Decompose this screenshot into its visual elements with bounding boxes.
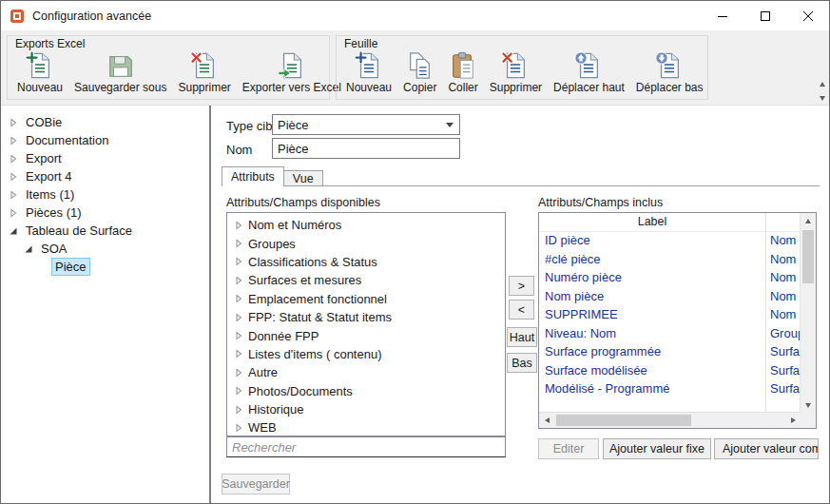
vertical-scroll-thumb[interactable]: [802, 230, 814, 283]
chevron-right-icon[interactable]: [234, 349, 243, 359]
window-controls: [701, 1, 829, 30]
maximize-button[interactable]: [743, 1, 786, 30]
table-row[interactable]: Nom pièceNom e: [539, 287, 801, 306]
scroll-left-icon[interactable]: [539, 413, 554, 428]
sheet-move-up-button[interactable]: Déplacer haut: [548, 50, 630, 95]
toolbar-overflow-scroll[interactable]: [818, 82, 827, 101]
chevron-right-icon[interactable]: [9, 208, 18, 218]
move-up-button[interactable]: Haut: [507, 327, 537, 347]
table-row[interactable]: Numéro pièceNom e: [539, 268, 801, 287]
sheet-new-button[interactable]: Nouveau: [340, 50, 397, 95]
chevron-right-icon[interactable]: [9, 154, 18, 164]
chevron-right-icon[interactable]: [234, 221, 243, 230]
scroll-up-icon[interactable]: [801, 213, 816, 228]
search-input[interactable]: [226, 436, 506, 457]
tree-item-cobie[interactable]: COBie: [1, 113, 209, 131]
table-body: ID pièceNom e #clé pièceNom e Numéro piè…: [539, 231, 801, 413]
list-item[interactable]: Emplacement fonctionnel: [227, 290, 505, 308]
chevron-right-icon[interactable]: [234, 331, 243, 340]
column-header-group[interactable]: [765, 213, 801, 231]
list-item[interactable]: FPP: Statut & Statut items: [227, 308, 505, 326]
title-bar[interactable]: Configuration avancée: [1, 1, 829, 30]
list-item[interactable]: Listes d'items ( contenu): [227, 345, 505, 363]
chevron-right-icon[interactable]: [234, 405, 243, 415]
list-item[interactable]: Autre: [227, 363, 505, 381]
table-row[interactable]: ID pièceNom e: [539, 231, 801, 250]
app-icon: [10, 9, 25, 24]
excel-export-button[interactable]: Exporter vers Excel: [237, 50, 347, 95]
table-row[interactable]: Surface modéliséeSurfac: [539, 361, 801, 380]
chevron-right-icon[interactable]: [9, 136, 18, 145]
column-header-label[interactable]: Label: [539, 213, 765, 231]
add-attribute-button[interactable]: >: [509, 276, 534, 296]
excel-delete-button[interactable]: Supprimer: [172, 50, 236, 95]
toolbar-group-label: Exports Excel: [15, 37, 85, 50]
list-item[interactable]: Surfaces et mesures: [227, 271, 505, 289]
chevron-right-icon[interactable]: [9, 172, 18, 182]
list-item[interactable]: Classifications & Status: [227, 253, 505, 271]
vertical-scrollbar[interactable]: [800, 213, 816, 413]
toolbar: Exports Excel Nouveau Sauvegarder sous S…: [1, 30, 829, 106]
tree-item-pieces[interactable]: Pièces (1): [1, 204, 209, 222]
tree-item-export[interactable]: Export: [1, 149, 209, 167]
toolbar-group-feuille: Feuille Nouveau Copier Coller Supprimer: [336, 35, 708, 100]
sheet-copy-button[interactable]: Copier: [397, 50, 442, 95]
add-fixed-value-button[interactable]: Ajouter valeur fixe: [603, 438, 711, 459]
edit-button[interactable]: Editer: [538, 438, 599, 459]
tab-attributs[interactable]: Attributs: [222, 166, 284, 186]
table-row[interactable]: Modélisé - ProgramméSurfac: [539, 379, 801, 398]
list-item[interactable]: WEB: [227, 418, 505, 436]
table-row[interactable]: SUPPRIMEENom e: [539, 305, 801, 324]
sheet-delete-button[interactable]: Supprimer: [484, 50, 548, 95]
sheet-paste-button[interactable]: Coller: [442, 50, 483, 95]
sidebar-splitter[interactable]: [209, 106, 211, 503]
excel-save-as-button[interactable]: Sauvegarder sous: [68, 50, 172, 95]
list-item[interactable]: Historique: [227, 400, 505, 418]
tree-item-items[interactable]: Items (1): [1, 185, 209, 204]
save-button[interactable]: Sauvegarder: [222, 474, 290, 494]
table-header: Label: [539, 213, 801, 232]
horizontal-scroll-thumb[interactable]: [556, 415, 691, 426]
chevron-right-icon[interactable]: [234, 423, 243, 433]
list-item[interactable]: Photos/Documents: [227, 382, 505, 400]
list-item[interactable]: Groupes: [227, 234, 505, 252]
chevron-right-icon[interactable]: [234, 386, 243, 396]
tree-item-tableau-de-surface[interactable]: Tableau de Surface: [1, 222, 209, 240]
list-item[interactable]: Donnée FPP: [227, 326, 505, 344]
scroll-down-icon[interactable]: [801, 397, 816, 413]
sheet-move-down-button[interactable]: Déplacer bas: [630, 50, 709, 95]
tree-item-export-4[interactable]: Export 4: [1, 167, 209, 185]
chevron-right-icon[interactable]: [9, 190, 18, 200]
excel-save-as-icon: [106, 51, 135, 80]
table-row[interactable]: Surface programméeSurfac: [539, 342, 801, 361]
chevron-right-icon[interactable]: [234, 257, 243, 266]
remove-attribute-button[interactable]: <: [509, 300, 534, 320]
sheet-move-down-icon: [655, 51, 684, 80]
chevron-right-icon[interactable]: [9, 118, 18, 127]
chevron-right-icon[interactable]: [234, 313, 243, 322]
type-cible-value: Pièce: [278, 118, 309, 132]
type-cible-select[interactable]: Pièce: [272, 114, 460, 135]
nom-input[interactable]: [272, 138, 460, 159]
chevron-right-icon[interactable]: [234, 239, 243, 248]
list-item[interactable]: Nom et Numéros: [227, 216, 505, 234]
excel-delete-icon: [190, 51, 219, 80]
table-row[interactable]: #clé pièceNom e: [539, 250, 801, 269]
chevron-right-icon[interactable]: [234, 276, 243, 285]
excel-new-button[interactable]: Nouveau: [11, 50, 68, 95]
close-button[interactable]: [786, 1, 829, 30]
tree-item-soa[interactable]: SOA: [1, 240, 209, 258]
move-down-button[interactable]: Bas: [507, 353, 537, 373]
tree-item-piece[interactable]: Pièce: [1, 258, 209, 276]
chevron-right-icon[interactable]: [234, 368, 243, 378]
minimize-button[interactable]: [701, 1, 743, 30]
tab-vue[interactable]: Vue: [284, 170, 323, 186]
scroll-right-icon[interactable]: [785, 413, 801, 428]
chevron-expanded-icon[interactable]: [24, 244, 33, 254]
table-row[interactable]: Niveau: NomGroup: [539, 324, 801, 343]
chevron-expanded-icon[interactable]: [9, 226, 18, 236]
chevron-right-icon[interactable]: [234, 294, 243, 303]
add-computed-value-button[interactable]: Ajouter valeur comp: [714, 438, 819, 459]
horizontal-scrollbar[interactable]: [539, 412, 801, 428]
tree-item-documentation[interactable]: Documentation: [1, 131, 209, 149]
